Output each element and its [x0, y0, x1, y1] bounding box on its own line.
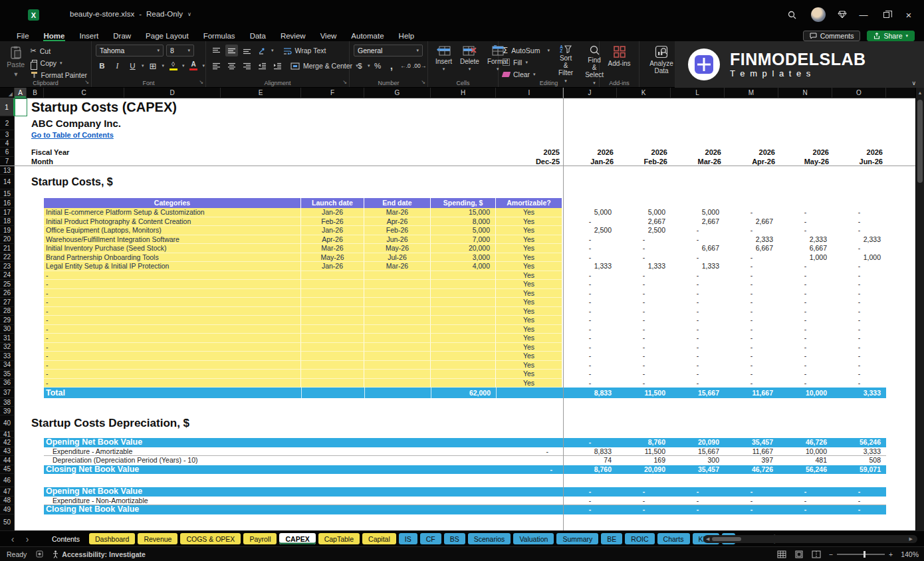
month-value-cell[interactable]: 35,457: [725, 438, 778, 447]
font-color-button[interactable]: A: [187, 60, 200, 72]
month-value-cell[interactable]: -: [832, 298, 886, 307]
amortizable-cell[interactable]: Yes: [496, 262, 562, 271]
month-value-cell[interactable]: -: [563, 298, 617, 307]
launch-date-cell[interactable]: [301, 316, 364, 325]
end-date-cell[interactable]: [364, 289, 431, 298]
value-cell[interactable]: -: [496, 447, 558, 457]
launch-date-cell[interactable]: Mar-26: [301, 244, 364, 253]
month-value-cell[interactable]: -: [778, 370, 832, 379]
category-cell[interactable]: Office Equipment (Laptops, Monitors): [44, 226, 301, 235]
month-value-cell[interactable]: -: [832, 289, 886, 298]
row-header-7[interactable]: 7: [0, 157, 15, 166]
month-value-cell[interactable]: 6,667: [778, 244, 832, 253]
horizontal-scroll-thumb[interactable]: [712, 537, 741, 541]
italic-button[interactable]: I: [111, 60, 124, 72]
end-date-cell[interactable]: [364, 352, 431, 361]
month-value-cell[interactable]: 1,333: [671, 262, 725, 271]
category-cell[interactable]: Legal Entity Setup & Initial IP Protecti…: [44, 262, 301, 271]
accounting-format-button[interactable]: $: [354, 60, 366, 72]
month-value-cell[interactable]: 74: [563, 456, 617, 465]
copy-button[interactable]: Copy▾: [31, 57, 87, 68]
row-header-37[interactable]: 37: [0, 388, 15, 398]
month-value-cell[interactable]: -: [617, 343, 671, 352]
launch-date-cell[interactable]: [301, 307, 364, 316]
amortizable-cell[interactable]: Yes: [496, 325, 562, 334]
spending-cell[interactable]: [431, 298, 496, 307]
menu-item-help[interactable]: Help: [392, 30, 422, 41]
amortizable-cell[interactable]: Yes: [496, 244, 562, 253]
row-header-44[interactable]: 44: [0, 456, 15, 465]
amortizable-cell[interactable]: Yes: [496, 343, 562, 352]
month-value-cell[interactable]: -: [778, 316, 832, 325]
add-ins-button[interactable]: Add-ins: [604, 45, 635, 68]
menu-item-view[interactable]: View: [313, 30, 344, 41]
value-cell[interactable]: -: [496, 465, 558, 475]
month-value-cell[interactable]: -: [563, 487, 617, 497]
category-cell[interactable]: Brand Partnership Onboarding Tools: [44, 253, 301, 263]
month-value-cell[interactable]: -: [563, 352, 617, 361]
amortizable-cell[interactable]: Yes: [496, 298, 562, 307]
amortizable-cell[interactable]: Yes: [496, 361, 562, 370]
month-value-cell[interactable]: -: [671, 505, 725, 514]
end-date-cell[interactable]: Mar-26: [364, 208, 431, 217]
month-value-cell[interactable]: 56,246: [778, 465, 832, 475]
toc-link[interactable]: Go to Table of Contents: [31, 130, 231, 140]
row-header-14[interactable]: 14: [0, 175, 15, 189]
menu-item-file[interactable]: File: [9, 30, 37, 41]
row-header-6[interactable]: 6: [0, 148, 15, 157]
spending-cell[interactable]: [431, 307, 496, 316]
end-date-cell[interactable]: Jul-26: [364, 253, 431, 263]
month-value-cell[interactable]: -: [671, 370, 725, 379]
month-value-cell[interactable]: 35,457: [671, 465, 725, 475]
category-cell[interactable]: -: [44, 316, 301, 325]
title-chevron-icon[interactable]: ∨: [187, 11, 191, 17]
launch-date-cell[interactable]: [301, 325, 364, 334]
minimize-button[interactable]: —: [854, 5, 873, 24]
row-header-49[interactable]: 49: [0, 505, 15, 514]
cut-button[interactable]: ✂Cut: [31, 45, 87, 56]
month-value-cell[interactable]: -: [563, 307, 617, 316]
row-header-4[interactable]: 4: [0, 140, 15, 148]
month-value-cell[interactable]: 169: [617, 456, 671, 465]
sheet-tab-valuation[interactable]: Valuation: [513, 533, 554, 544]
sheet-tab-dashboard[interactable]: Dashboard: [89, 533, 135, 544]
launch-date-cell[interactable]: [301, 334, 364, 343]
table-header-cell[interactable]: Categories: [44, 198, 301, 208]
amortizable-cell[interactable]: Yes: [496, 334, 562, 343]
month-value-cell[interactable]: -: [617, 361, 671, 370]
category-cell[interactable]: Warehouse/Fulfillment Integration Softwa…: [44, 235, 301, 245]
month-value-cell[interactable]: 3,333: [832, 388, 886, 398]
month-value-cell[interactable]: 6,667: [725, 244, 778, 253]
table-header-cell[interactable]: Spending, $: [431, 198, 496, 208]
dep-row-label[interactable]: Expenditure - Non-Amortizable: [53, 497, 305, 506]
spending-cell[interactable]: 5,000: [431, 226, 496, 235]
avatar[interactable]: [808, 5, 828, 24]
month-value-cell[interactable]: -: [832, 271, 886, 280]
end-date-cell[interactable]: May-26: [364, 244, 431, 253]
month-value-cell[interactable]: -: [563, 379, 617, 388]
month-value-cell[interactable]: -: [832, 379, 886, 388]
launch-date-cell[interactable]: [301, 343, 364, 352]
month-value-cell[interactable]: -: [563, 497, 617, 506]
month-value-cell[interactable]: -: [725, 253, 778, 263]
month-value-cell[interactable]: -: [671, 235, 725, 245]
column-header-K[interactable]: K: [617, 88, 671, 98]
row-header-39[interactable]: 39: [0, 407, 15, 415]
spending-cell[interactable]: [431, 352, 496, 361]
end-date-cell[interactable]: [364, 379, 431, 388]
menu-item-home[interactable]: Home: [37, 30, 72, 41]
end-date-cell[interactable]: [364, 361, 431, 370]
sheet-tab-captable[interactable]: CapTable: [318, 533, 360, 544]
section-heading-depreciation[interactable]: Startup Costs Depreciation, $: [31, 415, 364, 431]
company-name[interactable]: ABC Company Inc.: [31, 116, 297, 130]
select-all-corner[interactable]: ◢: [0, 88, 15, 98]
month-value-cell[interactable]: -: [832, 370, 886, 379]
increase-decimal-button[interactable]: ←.0: [400, 60, 412, 72]
paste-button[interactable]: Paste ▾: [4, 45, 28, 78]
month-value-cell[interactable]: -: [832, 244, 886, 253]
table-header-cell[interactable]: Launch date: [301, 198, 364, 208]
row-header-36[interactable]: 36: [0, 379, 15, 388]
spending-cell[interactable]: [431, 325, 496, 334]
month-value-cell[interactable]: -: [778, 325, 832, 334]
spending-cell[interactable]: [431, 343, 496, 352]
